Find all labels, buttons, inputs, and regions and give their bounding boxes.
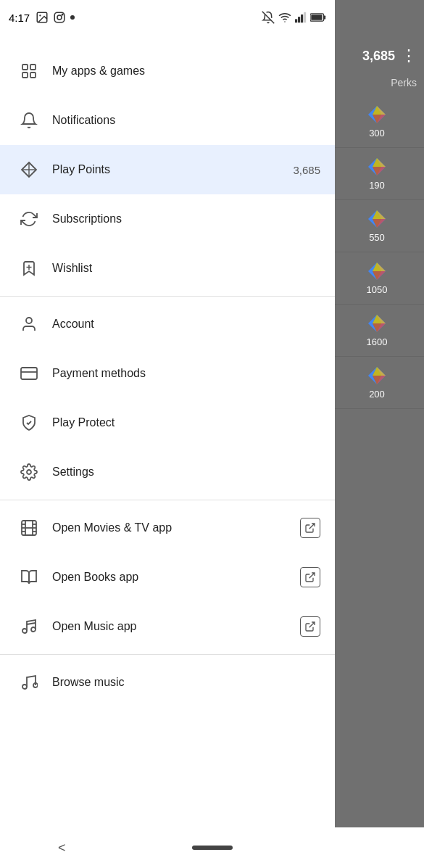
my-apps-games-label: My apps & games bbox=[52, 65, 320, 78]
notifications-label: Notifications bbox=[52, 114, 320, 127]
svg-rect-41 bbox=[30, 73, 36, 78]
sidebar-item-notifications[interactable]: Notifications bbox=[0, 96, 335, 145]
perk-item-5: 1600 bbox=[330, 305, 424, 357]
svg-rect-31 bbox=[295, 19, 297, 22]
perk-points-3: 550 bbox=[369, 232, 385, 243]
navigation-drawer: 4:17 bbox=[0, 0, 335, 868]
status-icons bbox=[36, 11, 75, 24]
status-right-icons bbox=[262, 11, 326, 24]
settings-label: Settings bbox=[52, 466, 320, 479]
svg-rect-36 bbox=[324, 15, 326, 19]
signal-icon bbox=[295, 11, 307, 24]
sidebar-item-open-movies[interactable]: Open Movies & TV app bbox=[0, 503, 335, 553]
menu-list: My apps & games Notifications Play Po bbox=[0, 46, 335, 868]
diamond-menu-icon bbox=[14, 161, 43, 178]
sidebar-item-settings[interactable]: Settings bbox=[0, 447, 335, 497]
divider-1 bbox=[0, 296, 335, 297]
sidebar-item-open-books[interactable]: Open Books app bbox=[0, 553, 335, 602]
sidebar-item-wishlist[interactable]: Wishlist bbox=[0, 244, 335, 293]
grid-icon bbox=[14, 62, 43, 80]
open-music-label: Open Music app bbox=[52, 620, 300, 633]
status-bar: 4:17 bbox=[0, 0, 335, 35]
svg-rect-48 bbox=[21, 368, 37, 379]
music-note-icon bbox=[14, 674, 43, 691]
music-icon bbox=[14, 618, 43, 635]
subscriptions-label: Subscriptions bbox=[52, 212, 320, 226]
perk-item-4: 1050 bbox=[330, 252, 424, 305]
svg-rect-40 bbox=[22, 73, 28, 78]
external-link-icon-books bbox=[300, 567, 320, 587]
home-indicator[interactable] bbox=[192, 846, 233, 850]
bell-icon bbox=[14, 112, 43, 129]
svg-point-47 bbox=[26, 318, 32, 323]
back-button[interactable]: < bbox=[58, 840, 66, 856]
perk-points-6: 200 bbox=[369, 389, 385, 400]
perk-diamond-icon-3 bbox=[367, 209, 387, 229]
svg-rect-32 bbox=[298, 17, 300, 22]
svg-rect-37 bbox=[311, 15, 322, 20]
perk-points-1: 300 bbox=[369, 128, 385, 139]
perks-label: Perks bbox=[330, 77, 424, 88]
svg-point-59 bbox=[22, 629, 27, 633]
sidebar-item-payment-methods[interactable]: Payment methods bbox=[0, 349, 335, 398]
perk-diamond-icon-1 bbox=[367, 104, 387, 125]
sidebar-item-account[interactable]: Account bbox=[0, 299, 335, 349]
instagram-status-icon bbox=[53, 11, 66, 24]
status-time: 4:17 bbox=[9, 12, 30, 24]
sidebar-item-my-apps-games[interactable]: My apps & games bbox=[0, 46, 335, 96]
svg-point-50 bbox=[27, 470, 31, 474]
bookmark-icon bbox=[14, 260, 43, 277]
svg-line-29 bbox=[262, 12, 275, 24]
perk-item-6: 200 bbox=[330, 357, 424, 409]
svg-line-61 bbox=[27, 623, 36, 624]
points-badge: 3,685 bbox=[362, 49, 395, 64]
svg-point-62 bbox=[22, 685, 27, 689]
refresh-icon bbox=[14, 210, 43, 228]
account-label: Account bbox=[52, 318, 320, 331]
perk-item-1: 300 bbox=[330, 96, 424, 148]
play-points-label: Play Points bbox=[52, 163, 293, 176]
svg-point-27 bbox=[57, 15, 62, 20]
open-movies-label: Open Movies & TV app bbox=[52, 521, 300, 534]
divider-3 bbox=[0, 654, 335, 655]
perk-diamond-icon-6 bbox=[367, 365, 387, 386]
perk-points-4: 1050 bbox=[367, 284, 388, 295]
card-icon bbox=[14, 365, 43, 382]
sidebar-item-subscriptions[interactable]: Subscriptions bbox=[0, 194, 335, 244]
browse-music-label: Browse music bbox=[52, 676, 320, 689]
perk-item-2: 190 bbox=[330, 148, 424, 200]
svg-rect-39 bbox=[30, 65, 36, 70]
svg-point-30 bbox=[284, 21, 286, 22]
divider-2 bbox=[0, 500, 335, 500]
image-status-icon bbox=[36, 11, 49, 24]
perk-item-3: 550 bbox=[330, 200, 424, 252]
account-icon bbox=[14, 315, 43, 333]
right-panel: 3,685 ⋮ Perks 300 190 550 bbox=[330, 0, 424, 868]
shield-icon bbox=[14, 414, 43, 431]
perk-points-5: 1600 bbox=[367, 336, 388, 347]
sidebar-item-play-points[interactable]: Play Points 3,685 bbox=[0, 145, 335, 194]
dot-status-icon bbox=[70, 15, 75, 20]
svg-rect-33 bbox=[301, 15, 303, 22]
perk-diamond-icon-2 bbox=[367, 157, 387, 177]
more-menu-button[interactable]: ⋮ bbox=[401, 46, 417, 65]
external-link-icon-movies bbox=[300, 518, 320, 538]
film-icon bbox=[14, 519, 43, 537]
sidebar-item-open-music[interactable]: Open Music app bbox=[0, 602, 335, 651]
battery-icon bbox=[310, 12, 326, 22]
books-icon bbox=[14, 569, 43, 586]
svg-rect-34 bbox=[304, 12, 306, 22]
settings-icon bbox=[14, 463, 43, 481]
payment-methods-label: Payment methods bbox=[52, 367, 320, 380]
sidebar-item-play-protect[interactable]: Play Protect bbox=[0, 398, 335, 447]
svg-point-25 bbox=[39, 15, 41, 16]
perk-points-2: 190 bbox=[369, 180, 385, 191]
play-protect-label: Play Protect bbox=[52, 416, 320, 429]
bell-mute-icon bbox=[262, 11, 275, 24]
perk-diamond-icon-4 bbox=[367, 261, 387, 281]
svg-point-28 bbox=[62, 14, 64, 15]
external-link-icon-music bbox=[300, 616, 320, 637]
right-panel-header: 3,685 ⋮ bbox=[330, 35, 424, 77]
perk-diamond-icon-5 bbox=[367, 313, 387, 334]
sidebar-item-browse-music[interactable]: Browse music bbox=[0, 658, 335, 707]
